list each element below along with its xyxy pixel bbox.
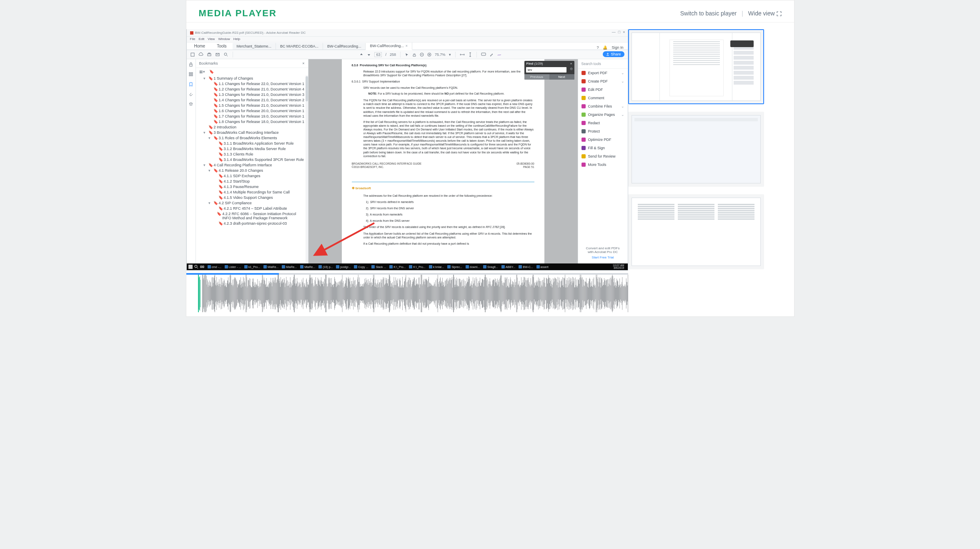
taskbar-item[interactable]: Siprec... (446, 264, 464, 270)
tool-fill-&-sign[interactable]: Fill & Sign (578, 144, 628, 152)
share-button[interactable]: Share (603, 51, 624, 57)
taskbar-item[interactable]: assert (535, 264, 550, 270)
taskbar-item[interactable]: MiaRe... (298, 264, 317, 270)
tool-send-for-review[interactable]: Send for Review (578, 152, 628, 160)
taskbar-item[interactable]: K:\_Pro... (388, 264, 407, 270)
bookmark-item[interactable]: 🔖4.2.3 draft-portman-siprec-protocol-03 (198, 221, 306, 226)
taskbar-item[interactable]: Snagit... (481, 264, 500, 270)
tool-optimize-pdf[interactable]: Optimize PDF (578, 135, 628, 144)
zoom-in-icon[interactable] (427, 53, 431, 57)
fit-page-icon[interactable] (468, 52, 472, 57)
taskbar-item[interactable]: MiaRe... (280, 264, 298, 270)
system-clock[interactable]: 10:07 AM 8/6/2019 (613, 264, 626, 270)
bookmark-item[interactable]: ▾🔖3 BroadWorks Call Recording Interface (198, 130, 306, 135)
taskbar-item[interactable]: postgr... (334, 264, 352, 270)
find-prev-button[interactable]: Previous (524, 74, 549, 80)
bookmarks-scrollbar[interactable] (306, 75, 308, 263)
bookmarks-close-icon[interactable]: × (302, 61, 304, 65)
taskbar-item[interactable]: BW-C... (517, 264, 534, 270)
window-minimize-button[interactable]: — (612, 30, 616, 34)
menu-edit[interactable]: Edit (198, 37, 204, 42)
hand-icon[interactable] (412, 53, 416, 57)
menu-help[interactable]: Help (233, 37, 240, 42)
mail-icon[interactable] (215, 52, 220, 57)
find-settings-icon[interactable]: ⚙ (568, 66, 574, 73)
tool-create-pdf[interactable]: Create PDF⌄ (578, 77, 628, 85)
search-icon[interactable] (223, 52, 228, 57)
tool-organize-pages[interactable]: Organize Pages⌄ (578, 110, 628, 119)
taskbar-item[interactable]: k1_Pro... (243, 264, 262, 270)
bookmark-item[interactable]: ▾🔖4.1 Release 20.0 Changes (198, 168, 306, 173)
search-tools-label[interactable]: Search tools (578, 59, 628, 69)
bookmark-options-icon[interactable]: ▦▾ (199, 70, 205, 74)
bookmark-item[interactable]: 🔖1.2 Changes for Release 21.0, Document … (198, 86, 306, 92)
tab-doc-1[interactable]: BC MIAREC-ECOBA... (276, 43, 323, 50)
find-input[interactable] (526, 67, 566, 73)
page-up-icon[interactable] (359, 53, 363, 57)
thumbnail-1[interactable] (628, 29, 764, 104)
bell-icon[interactable]: 🔔 (603, 45, 607, 50)
help-icon[interactable]: ? (597, 45, 599, 50)
close-tab-icon[interactable]: × (406, 44, 408, 48)
thumbnail-3[interactable] (628, 194, 764, 269)
bookmark-item[interactable]: 🔖1.7 Changes for Release 19.0, Document … (198, 113, 306, 119)
bookmark-item[interactable]: 🔖4.1.1 SDP Exchanges (198, 173, 306, 178)
bookmark-item[interactable]: ▾🔖4 Call Recording Platform Interface (198, 162, 306, 168)
pointer-icon[interactable] (405, 53, 409, 57)
bookmark-item[interactable]: 🔖4.1.5 Video Support Changes (198, 195, 306, 200)
new-bookmark-icon[interactable]: 🔖 (209, 70, 214, 74)
bookmark-item[interactable]: 🔖1.5 Changes for Release 21.0, Document … (198, 103, 306, 108)
bookmark-item[interactable]: 🔖1.4 Changes for Release 21.0, Document … (198, 97, 306, 103)
tab-doc-3[interactable]: BW-CallRecording...× (366, 43, 412, 50)
bookmark-item[interactable]: 🔖4.1.4 Multiple Recordings for Same Call (198, 189, 306, 195)
taskbar-item[interactable]: MiaRe... (262, 264, 280, 270)
page-down-icon[interactable] (367, 53, 371, 57)
find-dialog[interactable]: Find (1/29) × ⚙ Previous Next (524, 61, 574, 80)
sign-in-link[interactable]: Sign In (612, 45, 623, 50)
playhead[interactable] (198, 275, 199, 312)
lock-icon[interactable] (188, 62, 193, 67)
bookmark-item[interactable]: ▾🔖3.1 Roles of BroadWorks Elements (198, 135, 306, 140)
bookmark-item[interactable]: 🔖4.2.1 RFC 4574 – SDP Label Attribute (198, 206, 306, 211)
bookmark-item[interactable]: 🔖4.2.2 RFC 6086 – Session Initiation Pro… (198, 211, 306, 221)
bookmark-item[interactable]: 🔖4.1.2 Start/Stop (198, 178, 306, 184)
bookmark-item[interactable]: 🔖3.1.1 BroadWorks Application Server Rol… (198, 140, 306, 146)
zoom-out-icon[interactable] (420, 53, 424, 57)
comment-icon[interactable] (481, 53, 486, 57)
thumbnail-2[interactable] (628, 112, 764, 187)
taskbar-item[interactable]: k:\miar... (427, 264, 446, 270)
menu-file[interactable]: File (190, 37, 195, 42)
tool-combine-files[interactable]: Combine Files⌄ (578, 102, 628, 110)
bookmark-item[interactable]: 🔖3.1.2 BroadWorks Media Server Role (198, 146, 306, 151)
page-current[interactable]: 63 (374, 52, 382, 57)
bookmark-item[interactable]: 🔖1.3 Changes for Release 21.0, Document … (198, 92, 306, 97)
taskbar-item[interactable]: K:\_Pro... (407, 264, 427, 270)
window-maximize-button[interactable]: □ (618, 30, 620, 34)
taskbar-item[interactable]: ABBY... (500, 264, 517, 270)
bookmark-item[interactable]: 🔖3.1.3 Clients Role (198, 151, 306, 157)
fit-width-icon[interactable] (460, 53, 465, 57)
zoom-value[interactable]: 75.7% (435, 53, 446, 57)
bookmark-item[interactable]: 🔖2 Introduction (198, 124, 306, 130)
bookmark-item[interactable]: 🔖4.1.3 Pause/Resume (198, 184, 306, 189)
find-close-icon[interactable]: × (570, 62, 572, 65)
bookmarks-list[interactable]: ▾🔖1 Summary of Changes🔖1.1 Changes for R… (196, 75, 308, 263)
sign-icon[interactable] (497, 53, 502, 57)
bookmark-item[interactable]: 🔖1.6 Changes for Release 20.0, Document … (198, 108, 306, 113)
windows-start-icon[interactable] (188, 265, 193, 269)
bookmark-item[interactable]: 🔖1.1 Changes for Release 22.0, Document … (198, 81, 306, 86)
tool-protect[interactable]: Protect (578, 127, 628, 135)
tab-doc-2[interactable]: BW-CallRecording... (323, 43, 366, 50)
thumbnails-icon[interactable] (188, 72, 193, 77)
taskbar-item[interactable]: Lister - ... (223, 264, 243, 270)
start-trial-link[interactable]: Start Free Trial (581, 256, 625, 259)
layers-icon[interactable] (188, 102, 193, 107)
highlight-icon[interactable] (489, 53, 494, 57)
bookmark-item[interactable]: 🔖1.8 Changes for Release 18.0, Document … (198, 119, 306, 124)
tab-doc-0[interactable]: Merchant_Stateme... (233, 43, 276, 50)
search-taskbar-icon[interactable] (194, 265, 198, 269)
bookmark-item[interactable]: 🔖3.1.4 BroadWorks Supported 3PCR Server … (198, 157, 306, 162)
zoom-chevron-icon[interactable]: ▾ (449, 53, 451, 57)
switch-player-link[interactable]: Switch to basic player (680, 10, 737, 17)
bookmark-icon[interactable] (188, 82, 193, 87)
